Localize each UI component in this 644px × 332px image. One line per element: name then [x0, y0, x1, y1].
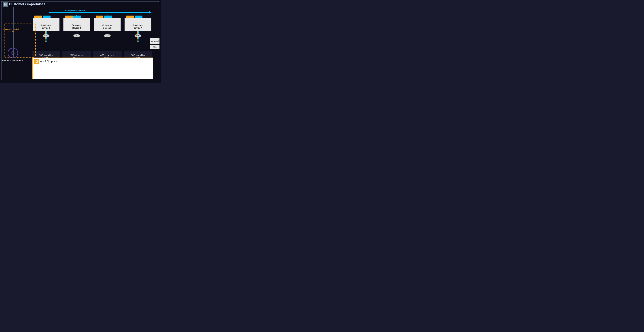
- arrow-head: [149, 11, 151, 13]
- outposts-icon-svg: [35, 60, 38, 63]
- tab-orange-4: [126, 15, 134, 18]
- dashed-lines-1b: [45, 37, 47, 41]
- svg-marker-2: [12, 50, 14, 52]
- dashed-lines-1: [45, 31, 47, 34]
- dashed-orange-2: [76, 31, 76, 34]
- outposts-icon: [34, 59, 39, 64]
- customer-device-2: CustomerDevice 2: [63, 18, 90, 31]
- dashed-cyan-3: [108, 31, 108, 34]
- devices-row: CustomerDevice 1 LAG CustomerDevice 2: [31, 15, 153, 41]
- dashed-lines-2: [76, 31, 78, 34]
- aws-outposts-box: AWS Outposts: [32, 57, 153, 79]
- aws-outposts-title: AWS Outposts: [40, 60, 58, 63]
- tab-cyan-3: [104, 15, 112, 18]
- device-column-4: CustomerDevice 4 LAG: [124, 15, 152, 41]
- building-icon: 🏢: [3, 2, 8, 6]
- tab-orange-1: [34, 15, 42, 18]
- svg-marker-3: [12, 54, 14, 55]
- svg-marker-5: [14, 52, 16, 54]
- dashed-orange-4b: [137, 37, 138, 41]
- customer-device-3-label: CustomerDevice 3: [102, 24, 112, 29]
- device-tabs-2: [65, 15, 81, 18]
- dashed-orange-2b: [76, 37, 76, 41]
- device-tabs-3: [96, 15, 112, 18]
- device-column-3: CustomerDevice 3 LAG: [93, 15, 122, 41]
- onprem-header: 🏢 Customer On-premises: [1, 1, 47, 7]
- lag-oval-1: LAG: [42, 34, 50, 37]
- tab-orange-3: [96, 15, 104, 18]
- svg-rect-9: [36, 61, 37, 62]
- customer-device-3: CustomerDevice 3: [94, 18, 121, 31]
- router-circle: [8, 48, 18, 58]
- dashed-lines-4: [137, 31, 139, 34]
- lag-oval-3: LAG: [104, 34, 111, 37]
- diagram-container: 🏢 Customer On-premises To on-premises ne…: [0, 0, 161, 83]
- svg-rect-7: [36, 60, 37, 61]
- dashed-cyan-4: [138, 31, 139, 34]
- lag-oval-4: LAG: [134, 34, 142, 37]
- your-network-box: Your Network: [150, 38, 160, 44]
- svg-marker-4: [10, 52, 12, 54]
- dashed-lines-4b: [137, 37, 139, 41]
- edge-router: Customer Edge Router: [2, 48, 24, 62]
- dashed-orange-3: [106, 31, 107, 34]
- dashed-lines-3: [106, 31, 108, 34]
- tab-orange-2: [65, 15, 73, 18]
- device-tabs-1: [34, 15, 50, 18]
- dashed-cyan-3b: [108, 37, 108, 41]
- customer-device-4: CustomerDevice 4: [124, 18, 152, 31]
- dashed-cyan-2: [77, 31, 78, 34]
- lag-oval-2: LAG: [73, 34, 80, 37]
- aws-outposts-header: AWS Outposts: [32, 58, 153, 65]
- router-label: Customer Edge Router: [2, 59, 24, 62]
- network-arrow-line: [49, 12, 151, 13]
- dashed-cyan-1b: [46, 37, 47, 41]
- tab-cyan-4: [135, 15, 142, 18]
- device-tabs-4: [126, 15, 142, 18]
- dashed-orange-4: [137, 31, 138, 34]
- tab-cyan-2: [74, 15, 81, 18]
- tab-cyan-1: [43, 15, 50, 18]
- dashed-cyan-1: [46, 31, 47, 34]
- dashed-lines-3b: [106, 37, 108, 41]
- customer-device-4-label: CustomerDevice 4: [133, 24, 143, 29]
- your-network-label: Your Network: [150, 40, 159, 42]
- customer-device-2-label: CustomerDevice 2: [72, 24, 82, 29]
- aws-box: AWS: [150, 45, 160, 49]
- customer-device-1-label: CustomerDevice 1: [41, 24, 51, 29]
- router-icon: [10, 50, 16, 56]
- onprem-title: Customer On-premises: [9, 2, 45, 6]
- aws-label: AWS: [153, 46, 156, 48]
- device-column-1: CustomerDevice 1 LAG: [32, 15, 60, 41]
- dashed-orange-1: [45, 31, 46, 34]
- dashed-orange-1b: [45, 37, 46, 41]
- customer-device-1: CustomerDevice 1: [32, 18, 60, 31]
- svg-rect-8: [36, 61, 37, 61]
- device-column-2: CustomerDevice 2 LAG: [62, 15, 91, 41]
- network-arrow-label: To on-premises network: [64, 9, 151, 11]
- dashed-lines-2b: [76, 37, 78, 41]
- network-arrow-container: To on-premises network: [49, 9, 151, 13]
- outpost-service-link-label: Outpost service linkport 443: [2, 28, 20, 32]
- dashed-orange-3b: [106, 37, 107, 41]
- dashed-cyan-4b: [138, 37, 139, 41]
- dashed-cyan-2b: [77, 37, 78, 41]
